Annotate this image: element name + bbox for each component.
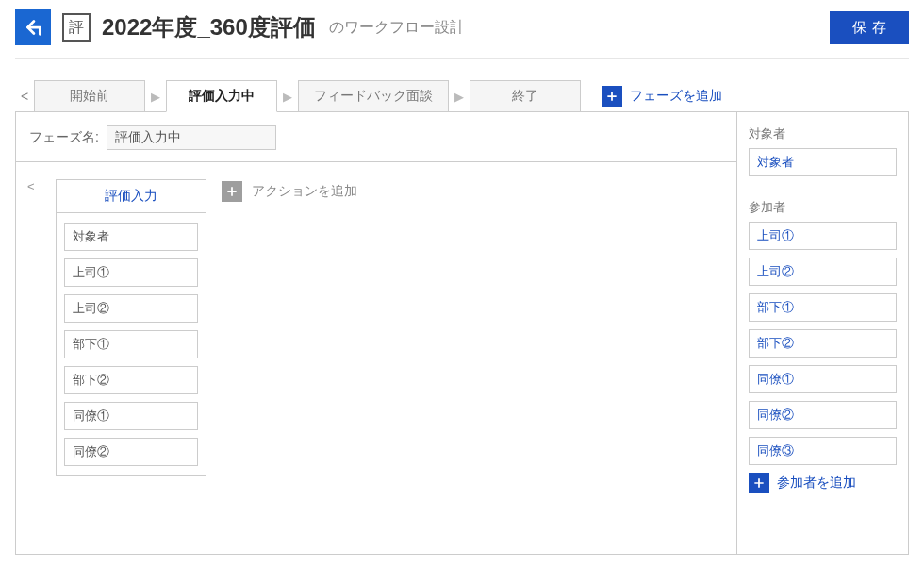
participant-chip[interactable]: 部下① xyxy=(749,293,897,322)
phase-name-row: フェーズ名: xyxy=(16,112,736,162)
action-participant-slot[interactable]: 上司① xyxy=(64,258,198,287)
add-action-plus-icon xyxy=(222,181,242,202)
workflow-body: フェーズ名: < 評価入力 対象者上司①上司②部下①部下②同僚①同僚② アクショ… xyxy=(15,111,909,555)
sidebar-right: 対象者 対象者 参加者 上司①上司②部下①部下②同僚①同僚②同僚③ 参加者を追加 xyxy=(736,112,908,554)
save-button[interactable]: 保存 xyxy=(830,11,909,44)
tab-label: 終了 xyxy=(512,88,538,105)
action-participant-slot[interactable]: 部下② xyxy=(64,366,198,394)
participant-chip[interactable]: 同僚② xyxy=(749,401,897,429)
tab-label: 評価入力中 xyxy=(189,88,255,105)
tab-label: フィードバック面談 xyxy=(314,88,433,105)
chevron-right-icon: ▶ xyxy=(449,80,470,112)
page-header: 評 2022年度_360度評価 のワークフロー設計 保存 xyxy=(15,9,909,59)
phase-name-input[interactable] xyxy=(107,125,276,150)
tab-label: 開始前 xyxy=(70,88,109,105)
participants-section: 参加者 上司①上司②部下①部下②同僚①同僚②同僚③ 参加者を追加 xyxy=(749,199,897,493)
target-chip[interactable]: 対象者 xyxy=(749,148,897,176)
add-phase-button[interactable] xyxy=(602,86,622,107)
add-participant-plus-icon xyxy=(749,473,769,493)
action-participant-slot[interactable]: 同僚② xyxy=(64,438,198,466)
page-subtitle: のワークフロー設計 xyxy=(329,18,465,38)
back-button[interactable] xyxy=(15,9,51,45)
action-card[interactable]: 評価入力 対象者上司①上司②部下①部下②同僚①同僚② xyxy=(56,179,206,476)
participant-chip[interactable]: 部下② xyxy=(749,329,897,358)
add-participant-button[interactable]: 参加者を追加 xyxy=(749,473,897,493)
action-card-title: 評価入力 xyxy=(57,180,206,213)
participant-chip[interactable]: 同僚① xyxy=(749,365,897,393)
participant-chip[interactable]: 上司② xyxy=(749,258,897,286)
action-participant-slot[interactable]: 上司② xyxy=(64,294,198,323)
chevron-right-icon: ▶ xyxy=(277,80,298,112)
back-arrow-icon xyxy=(23,17,43,38)
add-action-button[interactable]: アクションを追加 xyxy=(222,181,357,202)
tab-phase[interactable]: 評価入力中 xyxy=(166,80,277,112)
action-participant-slot[interactable]: 同僚① xyxy=(64,402,198,430)
tab-phase[interactable]: 終了 xyxy=(470,80,581,112)
page-title: 2022年度_360度評価 xyxy=(102,12,316,42)
tab-phase[interactable]: フィードバック面談 xyxy=(298,80,449,112)
phase-tabstrip: < 開始前▶評価入力中▶フィードバック面談▶終了 フェーズを追加 xyxy=(15,80,909,112)
target-section-label: 対象者 xyxy=(749,125,897,142)
participant-chip[interactable]: 同僚③ xyxy=(749,437,897,465)
target-section: 対象者 対象者 xyxy=(749,125,897,184)
app-icon: 評 xyxy=(62,13,91,42)
phase-name-label: フェーズ名: xyxy=(29,129,99,146)
plus-icon xyxy=(752,476,766,490)
canvas-scroll-left-icon[interactable]: < xyxy=(27,179,41,193)
add-action-label: アクションを追加 xyxy=(252,183,357,200)
tabs-scroll-left-icon[interactable]: < xyxy=(15,89,34,104)
add-participant-label: 参加者を追加 xyxy=(777,474,856,491)
plus-icon xyxy=(225,185,239,198)
app-icon-char: 評 xyxy=(69,18,84,38)
participant-chip[interactable]: 上司① xyxy=(749,222,897,250)
add-phase-label[interactable]: フェーズを追加 xyxy=(630,88,722,105)
action-participant-slot[interactable]: 対象者 xyxy=(64,223,198,251)
participants-section-label: 参加者 xyxy=(749,199,897,216)
action-participant-slot[interactable]: 部下① xyxy=(64,330,198,358)
plus-icon xyxy=(605,90,619,103)
workflow-canvas: < 評価入力 対象者上司①上司②部下①部下②同僚①同僚② アクションを追加 xyxy=(16,162,736,554)
main-column: フェーズ名: < 評価入力 対象者上司①上司②部下①部下②同僚①同僚② アクショ… xyxy=(16,112,736,554)
chevron-right-icon: ▶ xyxy=(145,80,166,112)
tab-phase[interactable]: 開始前 xyxy=(34,80,145,112)
